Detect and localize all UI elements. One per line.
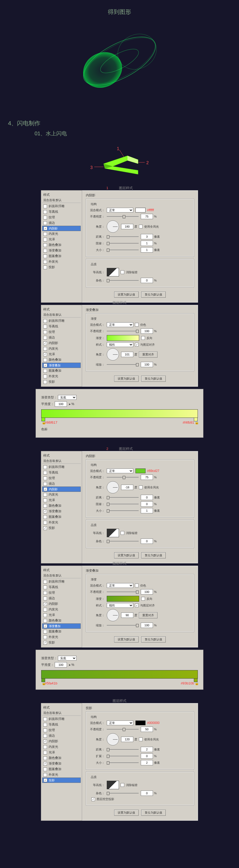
style-contour[interactable]: 等高线: [42, 209, 81, 215]
choke-input[interactable]: [141, 241, 153, 246]
reverse-cb[interactable]: [141, 336, 145, 340]
layer-style-panel-2: 图层样式 样式混合选项:默认 斜面和浮雕 等高线 纹理 描边 内阴影 内发光 光…: [41, 305, 198, 387]
callout-1: 1: [117, 147, 119, 151]
style-dropshadow[interactable]: 投影: [42, 265, 81, 270]
style-patoverlay[interactable]: 图案叠加: [42, 253, 81, 259]
result-shape: [66, 24, 173, 98]
reset-default-btn[interactable]: 复位为默认值: [141, 291, 166, 298]
dist-slider[interactable]: [107, 235, 139, 239]
gradient-picker[interactable]: [107, 335, 139, 341]
style-bevel[interactable]: 斜面和浮雕: [42, 204, 81, 209]
dither-cb[interactable]: [135, 323, 139, 327]
choke-slider[interactable]: [107, 241, 139, 245]
global-light-cb[interactable]: [139, 225, 143, 228]
angle-input[interactable]: [121, 224, 133, 229]
opacity-input[interactable]: [141, 214, 153, 219]
align-cb[interactable]: [135, 343, 139, 346]
size-slider[interactable]: [107, 248, 139, 252]
gradient-editor-2: 渐变类型： 实底 平滑度： ▸ % 🔒#5fa41b#93b10b🔒: [36, 650, 203, 690]
layer-style-panel-3: 2图层样式 样式混合选项:默认 斜面和浮雕 等高线 纹理 描边 内阴影 内发光 …: [41, 451, 198, 563]
layer-style-panel-4: 图层样式 样式混合选项:默认 斜面和浮雕 等高线 纹理 描边 内阴影 内发光 光…: [41, 565, 198, 648]
style-innerglow[interactable]: 内发光: [42, 231, 81, 237]
group-title: 内阴影: [86, 193, 194, 198]
color-swatch[interactable]: [136, 468, 146, 473]
section-4-title: 4、闪电制作: [8, 119, 239, 127]
size-input[interactable]: [141, 247, 153, 252]
style-sidebar: 样式 混合选项:默认 斜面和浮雕 等高线 纹理 描边 内阴影 内发光 光泽 颜色…: [41, 190, 82, 303]
style-gradoverlay[interactable]: 渐变叠加: [42, 248, 81, 253]
style-outerglow[interactable]: 外发光: [42, 259, 81, 265]
grad-style-select[interactable]: 线性: [107, 342, 133, 347]
reset-align-btn[interactable]: 重置对齐: [139, 351, 157, 358]
style-satin[interactable]: 光泽: [42, 237, 81, 242]
grad-stop-left[interactable]: [41, 417, 45, 421]
noise-input[interactable]: [141, 278, 153, 283]
angle-knob[interactable]: [107, 220, 119, 232]
style-stroke[interactable]: 描边: [42, 220, 81, 226]
knockout-cb[interactable]: [91, 798, 95, 801]
blend-select[interactable]: 正常: [107, 322, 133, 327]
set-default-btn[interactable]: 设置为默认值: [114, 291, 139, 298]
grad-stop-right[interactable]: [194, 417, 198, 421]
contour-picker[interactable]: [107, 268, 119, 276]
color-swatch[interactable]: [136, 720, 146, 725]
opacity-slider[interactable]: [107, 215, 139, 218]
scale-slider[interactable]: [107, 363, 139, 366]
layer-style-panel-5: 图层样式 样式混合选项:默认 斜面和浮雕 等高线 纹理 描边 内阴影 内发光 光…: [41, 703, 198, 821]
noise-slider[interactable]: [107, 279, 139, 282]
callout-3: 3: [90, 165, 93, 170]
blend-select[interactable]: 正常: [107, 208, 133, 213]
dist-input[interactable]: [141, 234, 153, 239]
grad-type-select[interactable]: 实底: [58, 395, 77, 400]
style-texture[interactable]: 纹理: [42, 215, 81, 220]
arrow-illustration: 1 2 3: [93, 148, 146, 180]
gradient-bar[interactable]: [41, 409, 198, 418]
style-coloroverlay[interactable]: 颜色叠加: [42, 242, 81, 248]
svg-marker-9: [127, 156, 138, 164]
antialias-cb[interactable]: [121, 270, 124, 274]
color-swatch[interactable]: [136, 208, 146, 213]
gradient-editor-1: 渐变类型： 实底 平滑度： ▸ % 🔒#86f617#f4fb91🔒 色标: [36, 389, 203, 438]
page-title: 得到图形: [0, 0, 239, 24]
angle-knob[interactable]: [107, 348, 119, 361]
style-innershadow[interactable]: 内阴影: [42, 226, 81, 231]
sub-01-title: 01、水上闪电: [34, 130, 239, 137]
opacity-slider[interactable]: [107, 329, 139, 333]
svg-point-2: [77, 45, 128, 94]
callout-2: 2: [146, 160, 149, 165]
layer-style-panel-1: 1图层样式 样式 混合选项:默认 斜面和浮雕 等高线 纹理 描边 内阴影 内发光…: [41, 190, 198, 303]
